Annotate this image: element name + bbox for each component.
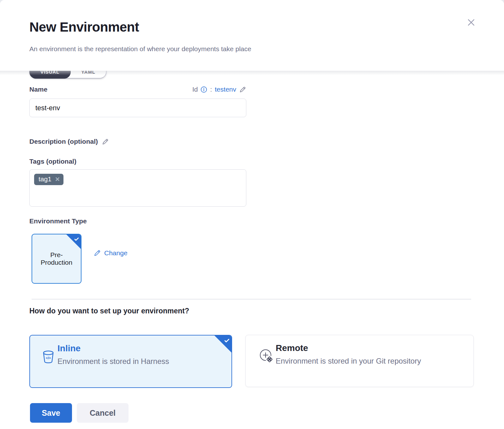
name-input[interactable] [29,99,246,117]
new-environment-modal: New Environment An environment is the re… [0,0,504,429]
change-label: Change [104,249,128,257]
close-icon [465,25,477,29]
edit-id-pencil-icon[interactable] [239,86,246,93]
check-icon [75,238,78,240]
inline-option-description: Environment is stored in Harness [57,357,169,366]
inline-harness-store-icon: </> [43,350,54,365]
inline-selected-check-corner [214,335,231,353]
setup-option-inline[interactable]: </> Inline Environment is stored in Harn… [29,335,232,388]
tag-chip: tag1 ✕ [34,174,63,185]
info-icon[interactable] [201,86,207,93]
id-separator: : [210,86,212,93]
description-label: Description (optional) [29,138,98,145]
selected-check-corner [66,234,81,249]
setup-option-remote[interactable]: Remote Environment is stored in your Git… [245,335,474,387]
modal-header: New Environment An environment is the re… [0,0,504,71]
environment-type-card-pre-production[interactable]: Pre-Production [32,234,81,284]
edit-description-pencil-icon[interactable] [102,138,109,145]
inline-option-title: Inline [57,343,81,353]
id-row: Id : testenv [176,86,246,93]
close-button[interactable] [465,16,477,29]
remote-option-title: Remote [276,343,308,353]
svg-text:</>: </> [46,356,51,360]
name-label: Name [29,86,47,93]
cancel-button[interactable]: Cancel [77,403,129,423]
pre-production-card-label: Pre-Production [36,251,77,266]
save-button[interactable]: Save [30,403,72,423]
remote-git-repo-icon [259,347,274,366]
section-divider [32,299,471,299]
change-environment-type-link[interactable]: Change [93,249,128,257]
environment-type-label: Environment Type [29,217,87,225]
modal-subtitle: An environment is the representation of … [29,45,251,53]
tag-chip-label: tag1 [39,175,51,183]
tags-input[interactable]: tag1 ✕ [29,169,246,207]
description-row: Description (optional) [29,138,109,145]
setup-heading: How do you want to set up your environme… [29,307,189,315]
id-label: Id [192,86,198,93]
page-title: New Environment [29,20,139,35]
tags-label: Tags (optional) [29,158,76,165]
id-value-link[interactable]: testenv [215,86,236,93]
remote-option-description: Environment is stored in your Git reposi… [276,357,421,366]
tag-remove-icon[interactable]: ✕ [55,176,60,182]
change-pencil-icon [93,249,101,257]
header-shadow [0,71,504,75]
check-icon [225,339,229,342]
page-background: New Environment An environment is the re… [0,0,504,429]
